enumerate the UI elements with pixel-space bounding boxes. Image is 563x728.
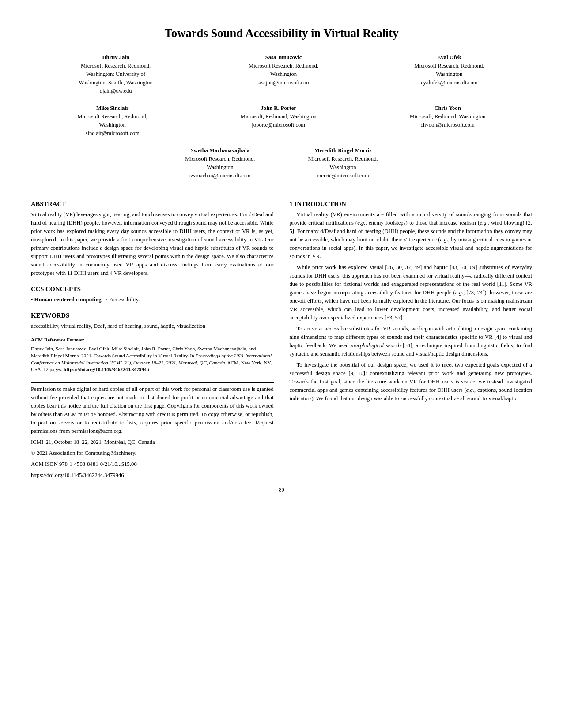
author-affil-john: Microsoft, Redmond, Washington	[241, 113, 317, 121]
authors-row-2: Mike Sinclair Microsoft Research, Redmon…	[31, 104, 532, 138]
main-content: ABSTRACT Virtual reality (VR) leverages …	[31, 192, 532, 482]
author-email-chris: chyoon@microsoft.com	[420, 121, 474, 129]
keywords-text: accessibility, virtual reality, Deaf, ha…	[31, 322, 274, 330]
footer-copyright: © 2021 Association for Computing Machine…	[31, 449, 274, 458]
footer-permissions: Permission to make digital or hard copie…	[31, 382, 274, 480]
author-name-john: John R. Porter	[261, 104, 296, 113]
author-john: John R. Porter Microsoft, Redmond, Washi…	[241, 104, 317, 138]
author-name-meredith: Meredith Ringel Morris	[314, 146, 372, 155]
authors-row-3: Swetha Machanavajhala Microsoft Research…	[31, 146, 532, 180]
paper-title: Towards Sound Accessibility in Virtual R…	[31, 26, 532, 40]
intro-para-2: While prior work has explored visual [26…	[290, 263, 533, 322]
author-name-dhruv: Dhruv Jain	[102, 53, 129, 62]
abstract-heading: ABSTRACT	[31, 200, 274, 208]
ccs-item: • Human-centered computing → Accessibili…	[31, 296, 274, 304]
author-name-swetha: Swetha Machanavajhala	[191, 146, 249, 155]
author-email-mike: sinclair@microsoft.com	[85, 129, 139, 138]
author-name-chris: Chris Yoon	[434, 104, 461, 113]
author-email-dhruv: djain@uw.edu	[100, 87, 132, 95]
ccs-heading: CCS CONCEPTS	[31, 285, 274, 293]
right-column: 1 INTRODUCTION Virtual reality (VR) envi…	[290, 192, 533, 482]
author-chris: Chris Yoon Microsoft, Redmond, Washingto…	[410, 104, 486, 138]
intro-para-4: To investigate the potential of our desi…	[290, 361, 533, 403]
author-mike: Mike Sinclair Microsoft Research, Redmon…	[78, 104, 147, 138]
intro-para-1: Virtual reality (VR) environments are fi…	[290, 210, 533, 261]
author-email-meredith: merrie@microsoft.com	[317, 172, 369, 180]
author-name-sasa: Sasa Junuzovic	[265, 53, 302, 62]
acm-ref-text: Dhruv Jain, Sasa Junuzovic, Eyal Ofek, M…	[31, 345, 274, 373]
author-email-john: joporte@microsoft.com	[252, 121, 305, 129]
author-sasa: Sasa Junuzovic Microsoft Research, Redmo…	[249, 53, 318, 95]
author-meredith: Meredith Ringel Morris Microsoft Researc…	[308, 146, 378, 180]
author-dhruv: Dhruv Jain Microsoft Research, Redmond,W…	[79, 53, 153, 95]
acm-ref-heading: ACM Reference Format:	[31, 337, 274, 344]
author-affil-sasa: Microsoft Research, Redmond,Washington	[249, 62, 318, 79]
left-column: ABSTRACT Virtual reality (VR) leverages …	[31, 192, 274, 482]
footer-isbn: ACM ISBN 978-1-4503-8481-0/21/10...$15.0…	[31, 460, 274, 469]
author-swetha: Swetha Machanavajhala Microsoft Research…	[185, 146, 255, 180]
footer-permission-text: Permission to make digital or hard copie…	[31, 385, 274, 435]
author-affil-chris: Microsoft, Redmond, Washington	[410, 113, 486, 121]
author-email-eyal: eyalofek@microsoft.com	[421, 79, 478, 87]
authors-row-1: Dhruv Jain Microsoft Research, Redmond,W…	[31, 53, 532, 95]
page-number: 80	[31, 487, 532, 493]
footer-doi: https://doi.org/10.1145/3462244.3479946	[31, 471, 274, 480]
ccs-bullet: • Human-centered computing → Accessibili…	[31, 296, 140, 303]
author-eyal: Eyal Ofek Microsoft Research, Redmond,Wa…	[414, 53, 484, 95]
footer-conference: ICMI '21, October 18–22, 2021, Montréal,…	[31, 438, 274, 447]
author-affil-mike: Microsoft Research, Redmond,Washington	[78, 113, 147, 129]
keywords-heading: KEYWORDS	[31, 312, 274, 319]
author-email-sasa: sasajun@microsoft.com	[257, 79, 310, 87]
author-affil-dhruv: Microsoft Research, Redmond,Washington; …	[79, 62, 153, 87]
author-name-mike: Mike Sinclair	[96, 104, 128, 113]
abstract-text: Virtual reality (VR) leverages sight, he…	[31, 210, 274, 278]
author-email-swetha: swmachan@microsoft.com	[189, 172, 251, 180]
author-affil-meredith: Microsoft Research, Redmond,Washington	[308, 155, 378, 172]
intro-heading: 1 INTRODUCTION	[290, 200, 533, 208]
author-affil-eyal: Microsoft Research, Redmond,Washington	[414, 62, 484, 79]
author-affil-swetha: Microsoft Research, Redmond,Washington	[185, 155, 255, 172]
author-name-eyal: Eyal Ofek	[437, 53, 461, 62]
intro-para-3: To arrive at accessible substitutes for …	[290, 325, 533, 358]
